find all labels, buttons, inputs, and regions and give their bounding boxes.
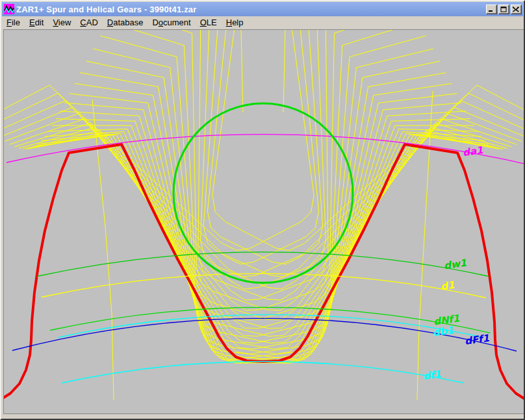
generation-line xyxy=(75,83,493,354)
generation-line xyxy=(48,119,470,363)
diameter-arc-df1 xyxy=(62,361,464,383)
minimize-icon xyxy=(488,7,495,12)
label-da1: da1 xyxy=(462,144,483,159)
label-dw1: dw1 xyxy=(443,257,467,272)
maximize-icon xyxy=(500,7,507,12)
menu-view[interactable]: View xyxy=(48,17,75,28)
generation-line xyxy=(19,36,426,328)
label-d1: d1 xyxy=(440,279,455,293)
construction-line xyxy=(283,30,285,112)
close-icon xyxy=(513,7,520,12)
minimize-button[interactable] xyxy=(486,5,497,14)
menu-cad[interactable]: CAD xyxy=(75,17,102,28)
title-bar: ZAR1+ Spur and Helical Gears - 3990t41.z… xyxy=(2,2,523,16)
label-df1: df1 xyxy=(422,368,442,382)
menu-edit[interactable]: Edit xyxy=(25,17,48,28)
construction-line xyxy=(241,30,243,112)
measure-ball-circle xyxy=(173,103,353,283)
menu-database[interactable]: Database xyxy=(103,17,148,28)
menu-file[interactable]: File xyxy=(2,17,25,28)
menu-document[interactable]: Document xyxy=(147,17,195,28)
window-controls xyxy=(486,5,522,14)
generation-line xyxy=(23,49,433,336)
menu-bar: File Edit View CAD Database Document OLE… xyxy=(1,16,524,28)
window-title: ZAR1+ Spur and Helical Gears - 3990t41.z… xyxy=(16,5,486,14)
menu-ole[interactable]: OLE xyxy=(196,17,222,28)
gear-diagram: da1dw1d1dNf1db1dFf1df1 xyxy=(4,30,524,413)
app-window: ZAR1+ Spur and Helical Gears - 3990t41.z… xyxy=(0,0,525,420)
label-dFf1: dFf1 xyxy=(464,332,490,347)
app-icon xyxy=(4,4,14,14)
generation-line xyxy=(34,83,452,354)
drawing-canvas[interactable]: da1dw1d1dNf1db1dFf1df1 xyxy=(3,29,524,414)
close-button[interactable] xyxy=(511,5,522,14)
maximize-button[interactable] xyxy=(498,5,509,14)
diameter-arc-dw1 xyxy=(37,252,489,276)
menu-help[interactable]: Help xyxy=(222,17,248,28)
generation-line xyxy=(4,30,353,250)
generation-line xyxy=(93,49,503,336)
